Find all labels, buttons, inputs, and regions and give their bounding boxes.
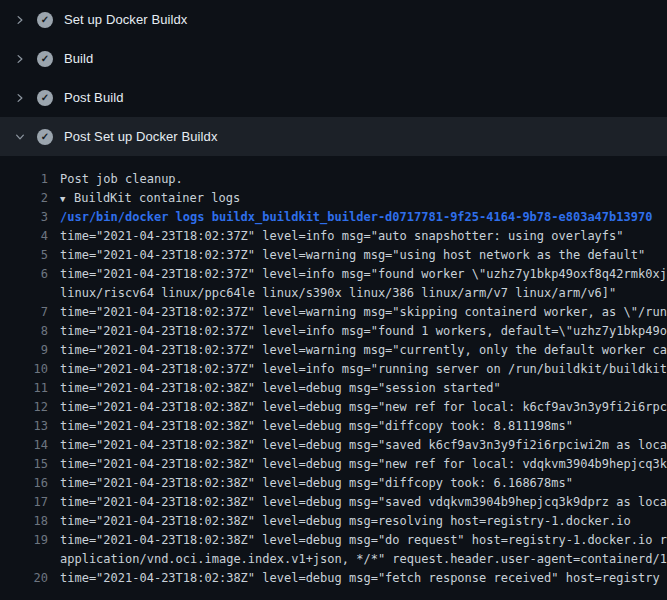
line-text: time="2021-04-23T18:02:37Z" level=warnin… <box>60 341 667 360</box>
log-line: 2 ▼ BuildKit container logs <box>0 189 667 208</box>
step-header[interactable]: ✓ Build <box>0 39 667 78</box>
line-text: time="2021-04-23T18:02:38Z" level=debug … <box>60 398 667 417</box>
log-line: ▼ linux/riscv64 linux/ppc64le linux/s390… <box>0 284 667 303</box>
chevron-icon <box>12 129 28 145</box>
actions-log-page: { "app": { "name": "GitHub Actions job l… <box>0 0 667 600</box>
line-number[interactable]: 3 <box>0 208 48 227</box>
log-line: 11 ▼ time="2021-04-23T18:02:38Z" level=d… <box>0 379 667 398</box>
line-number[interactable]: 5 <box>0 246 48 265</box>
success-check-icon: ✓ <box>37 12 53 28</box>
line-number[interactable]: 17 <box>0 493 48 512</box>
log-line: 1 ▼ Post job cleanup. <box>0 170 667 189</box>
line-number[interactable]: 6 <box>0 265 48 284</box>
line-number[interactable]: 10 <box>0 360 48 379</box>
log-line: 5 ▼ time="2021-04-23T18:02:37Z" level=wa… <box>0 246 667 265</box>
line-text: linux/riscv64 linux/ppc64le linux/s390x … <box>60 284 667 303</box>
line-text: time="2021-04-23T18:02:37Z" level=info m… <box>60 265 667 284</box>
success-check-icon: ✓ <box>37 129 53 145</box>
chevron-icon <box>12 90 28 106</box>
line-text: time="2021-04-23T18:02:38Z" level=debug … <box>60 493 667 512</box>
log-line: 18 ▼ time="2021-04-23T18:02:38Z" level=d… <box>0 512 667 531</box>
log-line: 14 ▼ time="2021-04-23T18:02:38Z" level=d… <box>0 436 667 455</box>
line-number[interactable]: 16 <box>0 474 48 493</box>
line-text: time="2021-04-23T18:02:37Z" level=warnin… <box>60 246 667 265</box>
log-line: 15 ▼ time="2021-04-23T18:02:38Z" level=d… <box>0 455 667 474</box>
line-text: time="2021-04-23T18:02:38Z" level=debug … <box>60 531 667 550</box>
line-number[interactable]: 1 <box>0 170 48 189</box>
chevron-icon <box>12 12 28 28</box>
job-log-panel: ✓ Set up Docker Buildx ✓ Build ✓ Post Bu… <box>0 0 667 600</box>
line-text: time="2021-04-23T18:02:38Z" level=debug … <box>60 512 667 531</box>
line-number[interactable]: 14 <box>0 436 48 455</box>
line-text: BuildKit container logs <box>74 189 667 208</box>
line-number[interactable]: 13 <box>0 417 48 436</box>
log-line: ▼ application/vnd.oci.image.index.v1+jso… <box>0 550 667 569</box>
step-header[interactable]: ✓ Set up Docker Buildx <box>0 0 667 39</box>
log-line: 10 ▼ time="2021-04-23T18:02:37Z" level=i… <box>0 360 667 379</box>
step-title: Post Set up Docker Buildx <box>64 129 218 144</box>
line-text: time="2021-04-23T18:02:38Z" level=debug … <box>60 474 667 493</box>
step-header[interactable]: ✓ Post Set up Docker Buildx <box>0 117 667 156</box>
line-number[interactable]: 2 <box>0 189 48 208</box>
line-text: application/vnd.oci.image.index.v1+json,… <box>60 550 667 569</box>
disclosure-triangle-icon[interactable]: ▼ <box>60 190 72 208</box>
log-line: 7 ▼ time="2021-04-23T18:02:37Z" level=wa… <box>0 303 667 322</box>
log-line: 6 ▼ time="2021-04-23T18:02:37Z" level=in… <box>0 265 667 284</box>
step-title: Set up Docker Buildx <box>64 12 187 27</box>
line-number[interactable]: 9 <box>0 341 48 360</box>
line-text: time="2021-04-23T18:02:38Z" level=debug … <box>60 455 667 474</box>
log-lines: 1 ▼ Post job cleanup. 2 ▼ BuildKit conta… <box>0 156 667 588</box>
log-line: 19 ▼ time="2021-04-23T18:02:38Z" level=d… <box>0 531 667 550</box>
line-text: time="2021-04-23T18:02:38Z" level=debug … <box>60 379 667 398</box>
line-text: Post job cleanup. <box>60 170 667 189</box>
log-line: 9 ▼ time="2021-04-23T18:02:37Z" level=wa… <box>0 341 667 360</box>
line-number[interactable]: 19 <box>0 531 48 550</box>
log-line: 13 ▼ time="2021-04-23T18:02:38Z" level=d… <box>0 417 667 436</box>
success-check-icon: ✓ <box>37 90 53 106</box>
line-text: time="2021-04-23T18:02:38Z" level=debug … <box>60 436 667 455</box>
step-title: Build <box>64 51 93 66</box>
log-line: 12 ▼ time="2021-04-23T18:02:38Z" level=d… <box>0 398 667 417</box>
line-text: /usr/bin/docker logs buildx_buildkit_bui… <box>60 208 667 227</box>
chevron-icon <box>12 51 28 67</box>
line-number[interactable]: 12 <box>0 398 48 417</box>
line-text: time="2021-04-23T18:02:38Z" level=debug … <box>60 417 667 436</box>
line-text: time="2021-04-23T18:02:37Z" level=info m… <box>60 227 667 246</box>
log-line: 3 ▼ /usr/bin/docker logs buildx_buildkit… <box>0 208 667 227</box>
step-title: Post Build <box>64 90 124 105</box>
line-text: time="2021-04-23T18:02:37Z" level=info m… <box>60 360 667 379</box>
line-text: time="2021-04-23T18:02:37Z" level=warnin… <box>60 303 667 322</box>
log-line: 4 ▼ time="2021-04-23T18:02:37Z" level=in… <box>0 227 667 246</box>
step-header[interactable]: ✓ Post Build <box>0 78 667 117</box>
line-number[interactable]: 7 <box>0 303 48 322</box>
log-line: 8 ▼ time="2021-04-23T18:02:37Z" level=in… <box>0 322 667 341</box>
line-number[interactable]: 8 <box>0 322 48 341</box>
log-line: 17 ▼ time="2021-04-23T18:02:38Z" level=d… <box>0 493 667 512</box>
line-text: time="2021-04-23T18:02:37Z" level=info m… <box>60 322 667 341</box>
line-number[interactable]: 18 <box>0 512 48 531</box>
log-line: 16 ▼ time="2021-04-23T18:02:38Z" level=d… <box>0 474 667 493</box>
line-number[interactable]: 15 <box>0 455 48 474</box>
log-line: 20 ▼ time="2021-04-23T18:02:38Z" level=d… <box>0 569 667 588</box>
line-number[interactable]: 20 <box>0 569 48 588</box>
line-text: time="2021-04-23T18:02:38Z" level=debug … <box>60 569 667 588</box>
line-number[interactable]: 11 <box>0 379 48 398</box>
line-number[interactable]: 4 <box>0 227 48 246</box>
steps-list: ✓ Set up Docker Buildx ✓ Build ✓ Post Bu… <box>0 0 667 156</box>
success-check-icon: ✓ <box>37 51 53 67</box>
